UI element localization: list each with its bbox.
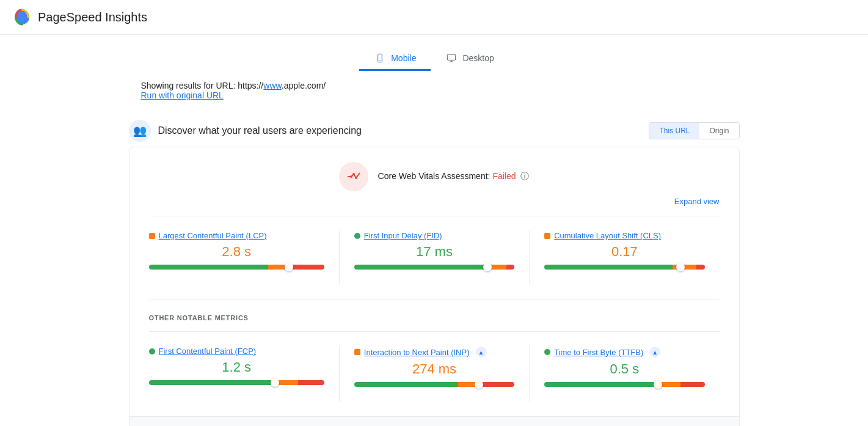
experimental-icon: ▲ [476,347,487,358]
expand-view-row: Expand view [149,196,720,206]
app-logo-icon [12,7,32,27]
expand-view-link[interactable]: Expand view [674,197,720,206]
metric-dot [544,233,550,239]
cwv-failed-icon [339,162,368,191]
showing-results-text: Showing results for URL: https://www.app… [141,81,326,90]
app-title: PageSpeed Insights [38,10,147,24]
run-original-link[interactable]: Run with original URL [141,90,224,100]
metric-name-link[interactable]: Cumulative Layout Shift (CLS) [554,231,661,240]
metric-item: Largest Contentful Paint (LCP)2.8 s [149,231,339,284]
experimental-icon: ▲ [649,347,660,358]
cwv-status: Failed [492,171,516,181]
metric-label-row: First Contentful Paint (FCP) [149,347,324,356]
svg-point-10 [352,173,355,175]
metric-dot [354,233,360,239]
metric-item: Interaction to Next Paint (INP)▲274 ms [339,347,529,402]
metric-item: First Input Delay (FID)17 ms [339,231,529,284]
metric-name-link[interactable]: Time to First Byte (TTFB) [554,348,643,357]
crux-section-header: 👥 Discover what your real users are expe… [129,112,740,147]
this-url-button[interactable]: This URL [649,122,700,139]
metric-value: 0.5 s [544,361,704,377]
core-metrics-grid: Largest Contentful Paint (LCP)2.8 sFirst… [149,216,720,284]
metric-value: 17 ms [354,244,514,260]
metric-item: First Contentful Paint (FCP)1.2 s [149,347,339,402]
svg-point-11 [355,177,357,179]
section-title: Discover what your real users are experi… [158,125,362,136]
footer-info: 📅Latest 28-day collection period ⏱Full v… [129,416,739,426]
metric-dot [354,349,360,355]
url-origin-toggle: This URL Origin [649,122,739,139]
metric-label-row: Cumulative Layout Shift (CLS) [544,231,704,240]
cwv-help-icon[interactable]: ⓘ [520,171,529,181]
cwv-graph-icon [345,168,362,185]
metric-item: Time to First Byte (TTFB)▲0.5 s [529,347,719,402]
tab-desktop-label: Desktop [462,53,494,63]
metric-label-row: Time to First Byte (TTFB)▲ [544,347,704,358]
metric-name-link[interactable]: First Input Delay (FID) [364,231,442,240]
metric-value: 2.8 s [149,244,324,260]
cwv-assessment-text: Core Web Vitals Assessment: Failed ⓘ [378,171,530,182]
metric-value: 1.2 s [149,359,324,375]
users-icon: 👥 [129,120,151,142]
tab-desktop[interactable]: Desktop [431,47,508,71]
main-content: Mobile Desktop Showing results for URL: … [0,35,868,426]
metric-item: Cumulative Layout Shift (CLS)0.17 [529,231,719,284]
other-metrics-grid: First Contentful Paint (FCP)1.2 sInterac… [149,331,720,402]
tab-mobile[interactable]: Mobile [359,47,431,71]
desktop-icon [445,53,458,63]
svg-rect-2 [448,54,456,60]
metric-value: 274 ms [354,361,514,377]
other-metrics-label: OTHER NOTABLE METRICS [149,299,720,321]
metric-dot [149,348,155,354]
metric-name-link[interactable]: Largest Contentful Paint (LCP) [159,231,267,240]
metric-dot [544,349,550,355]
tab-mobile-label: Mobile [391,53,416,63]
svg-point-9 [350,175,352,178]
metric-label-row: Interaction to Next Paint (INP)▲ [354,347,514,358]
metric-dot [149,233,155,239]
url-www-link[interactable]: www [263,81,282,90]
metric-label-row: First Input Delay (FID) [354,231,514,240]
app-header: PageSpeed Insights [0,0,868,35]
metric-value: 0.17 [544,244,704,260]
metric-name-link[interactable]: Interaction to Next Paint (INP) [364,348,470,357]
url-section: Showing results for URL: https://www.app… [129,81,740,100]
origin-button[interactable]: Origin [699,123,739,139]
metric-name-link[interactable]: First Contentful Paint (FCP) [159,347,257,356]
metric-label-row: Largest Contentful Paint (LCP) [149,231,324,240]
mobile-icon [374,53,386,63]
cwv-assessment-row: Core Web Vitals Assessment: Failed ⓘ [149,162,720,191]
cwv-label: Core Web Vitals Assessment: [378,171,491,181]
metrics-card: Core Web Vitals Assessment: Failed ⓘ Exp… [129,147,740,426]
view-tabs: Mobile Desktop [129,47,740,71]
